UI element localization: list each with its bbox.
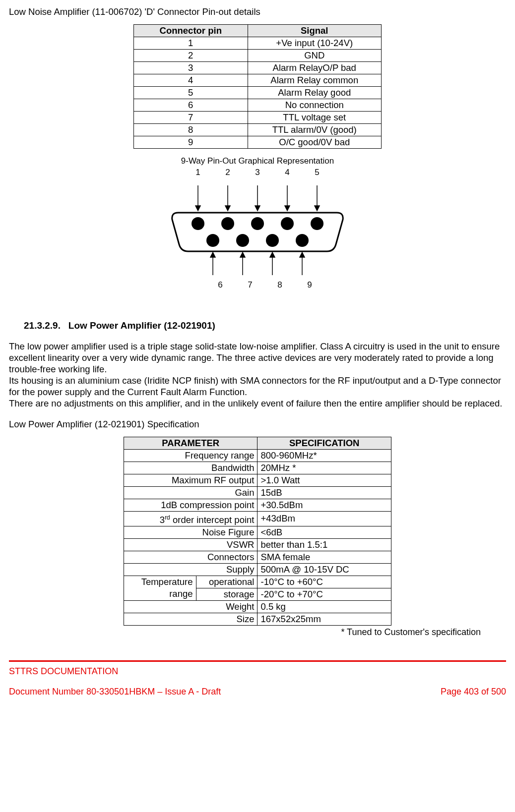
pin-label: 7 [235,280,265,290]
signal-cell: Alarm RelayO/P bad [248,62,381,74]
table-row: Weight0.5 kg [124,600,391,613]
pinout-header-pin: Connector pin [134,25,248,37]
section-heading: 21.3.2.9. Low Power Amplifier (12-021901… [24,320,506,332]
diagram-bottom-labels: 6789 [9,280,506,290]
spec-title: Low Power Amplifier (12-021901) Specific… [9,418,506,430]
table-row: 7TTL voltage set [134,112,382,124]
pin-cell: 3 [134,62,248,74]
value-cell: 0.5 kg [258,600,391,613]
param-cell: Bandwidth [124,462,258,474]
value-cell: 500mA @ 10-15V DC [258,563,391,576]
signal-cell: GND [248,50,381,62]
paragraph-1: The low power amplifier used is a triple… [9,341,506,375]
table-row: 1+Ve input (10-24V) [134,37,382,50]
table-row: 3rd order intercept point+43dBm [124,511,391,526]
pin-label: 2 [213,167,243,177]
pin-cell: 1 [134,37,248,50]
value-cell: 167x52x25mm [258,613,391,625]
table-row: VSWRbetter than 1.5:1 [124,538,391,551]
pin-cell: 7 [134,112,248,124]
subparam-cell: operational [196,576,258,588]
pin-cell: 2 [134,50,248,62]
svg-marker-5 [255,206,260,211]
pin-label: 8 [265,280,295,290]
diagram-caption: 9-Way Pin-Out Graphical Representation [9,156,506,166]
spec-header-value: SPECIFICATION [258,437,391,449]
svg-marker-7 [285,206,290,211]
signal-cell: TTL alarm/0V (good) [248,124,381,136]
value-cell: 15dB [258,486,391,499]
value-cell: 800-960MHz* [258,449,391,462]
svg-marker-1 [195,206,200,211]
param-cell: 1dB compression point [124,499,258,511]
section-number: 21.3.2.9. [24,320,61,331]
svg-point-12 [251,217,264,230]
value-cell: 20MHz * [258,462,391,474]
table-row: 1dB compression point+30.5dBm [124,499,391,511]
param-cell: Frequency range [124,449,258,462]
param-cell: VSWR [124,538,258,551]
signal-cell: TTL voltage set [248,112,381,124]
param-cell: 3rd order intercept point [124,511,258,526]
svg-point-10 [192,217,204,230]
footer-page: Page 403 of 500 [441,686,506,697]
signal-cell: +Ve input (10-24V) [248,37,381,50]
svg-point-13 [281,217,294,230]
svg-point-18 [296,234,309,247]
table-row: Gain15dB [124,486,391,499]
table-row: Frequency range800-960MHz* [124,449,391,462]
table-row: Bandwidth20MHz * [124,462,391,474]
value-cell: -20°C to +70°C [258,588,391,600]
table-row: 9O/C good/0V bad [134,136,382,149]
svg-point-16 [236,234,249,247]
footer-doc-title: STTRS DOCUMENTATION [9,666,506,677]
spec-table: PARAMETER SPECIFICATION Frequency range8… [124,437,391,626]
svg-marker-22 [240,252,245,257]
param-cell: Maximum RF output [124,474,258,486]
value-cell: better than 1.5:1 [258,538,391,551]
svg-marker-26 [300,252,305,257]
footer-rule [9,660,506,662]
pin-label: 4 [272,167,302,177]
page-title: Low Noise Amplifier (11-006702) 'D' Conn… [9,6,506,17]
pin-label: 6 [205,280,235,290]
pin-label: 1 [183,167,213,177]
pin-cell: 8 [134,124,248,136]
svg-marker-20 [210,252,215,257]
value-cell: +30.5dBm [258,499,391,511]
pinout-table: Connector pin Signal 1+Ve input (10-24V)… [133,24,382,149]
value-cell: +43dBm [258,511,391,526]
pin-cell: 4 [134,74,248,87]
param-cell: Weight [124,600,258,613]
param-cell: Gain [124,486,258,499]
svg-point-15 [206,234,219,247]
table-row: 8TTL alarm/0V (good) [134,124,382,136]
svg-point-17 [266,234,279,247]
footer-doc-number: Document Number 80-330501HBKM – Issue A … [9,686,221,697]
signal-cell: O/C good/0V bad [248,136,381,149]
param-cell: Temperaturerange [124,576,196,600]
signal-cell: Alarm Relay common [248,74,381,87]
pin-label: 3 [243,167,272,177]
svg-point-11 [221,217,234,230]
table-row: 5Alarm Relay good [134,87,382,99]
table-row: 4Alarm Relay common [134,74,382,87]
subparam-cell: storage [196,588,258,600]
pin-cell: 6 [134,99,248,112]
db9-connector-icon [168,178,347,280]
value-cell: SMA female [258,551,391,563]
value-cell: >1.0 Watt [258,474,391,486]
table-row: 3Alarm RelayO/P bad [134,62,382,74]
pin-label: 9 [295,280,324,290]
table-row: Supply500mA @ 10-15V DC [124,563,391,576]
table-row: Maximum RF output>1.0 Watt [124,474,391,486]
signal-cell: Alarm Relay good [248,87,381,99]
table-row: 2GND [134,50,382,62]
svg-marker-24 [270,252,275,257]
param-cell: Supply [124,563,258,576]
spec-header-param: PARAMETER [124,437,258,449]
spec-footnote: * Tuned to Customer's specification [34,627,481,638]
table-row: Temperaturerange operational -10°C to +6… [124,576,391,588]
pin-cell: 9 [134,136,248,149]
svg-marker-9 [315,206,320,211]
